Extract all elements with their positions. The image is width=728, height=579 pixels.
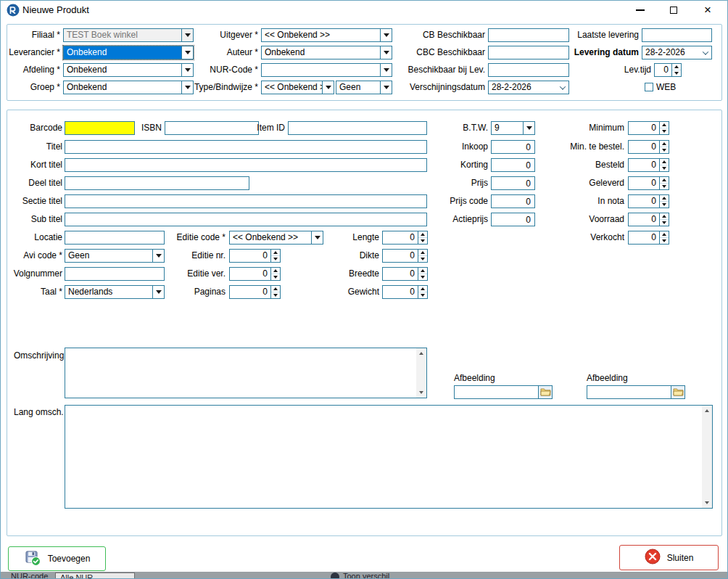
dikte-stepper[interactable]: 0 (382, 249, 428, 263)
editie-code-select[interactable]: << Onbekend >> (229, 231, 323, 245)
type-bindwijze-select-2[interactable]: Geen (336, 81, 392, 94)
chevron-down-icon[interactable] (152, 250, 164, 262)
spinner-down-icon[interactable] (660, 238, 669, 244)
spinner-up-icon[interactable] (271, 286, 280, 292)
spinner-down-icon[interactable] (660, 165, 669, 171)
chevron-down-icon[interactable] (322, 81, 334, 94)
toevoegen-button[interactable]: Toevoegen (8, 546, 106, 571)
paginas-stepper[interactable]: 0 (229, 285, 281, 299)
korting-input[interactable] (491, 158, 535, 172)
maximize-button[interactable] (662, 1, 685, 20)
titel-input[interactable] (65, 140, 427, 154)
breedte-stepper[interactable]: 0 (382, 267, 428, 281)
spinner-down-icon[interactable] (660, 220, 669, 226)
spinner-up-icon[interactable] (418, 231, 427, 238)
minimum-stepper[interactable]: 0 (628, 121, 669, 135)
besteld-stepper[interactable]: 0 (628, 158, 669, 172)
calendar-chevron-icon[interactable] (700, 46, 711, 59)
taal-select[interactable]: Nederlands (65, 285, 165, 299)
spinner-down-icon[interactable] (418, 238, 427, 244)
spinner-up-icon[interactable] (418, 250, 427, 256)
spinner-up-icon[interactable] (660, 141, 669, 147)
cb-beschikbaar-input[interactable] (488, 28, 569, 42)
spinner-down-icon[interactable] (271, 256, 280, 262)
leverancier-select[interactable]: Onbekend (63, 46, 194, 59)
spinner-up-icon[interactable] (660, 195, 669, 202)
omschrijving-scrollbar[interactable] (416, 348, 426, 398)
chevron-down-icon[interactable] (380, 29, 392, 41)
sluiten-button[interactable]: Sluiten (619, 545, 719, 570)
barcode-input[interactable] (65, 121, 135, 135)
spinner-down-icon[interactable] (418, 256, 427, 262)
verschijningsdatum-picker[interactable]: 28-2-2026 (488, 81, 569, 94)
voorraad-stepper[interactable]: 0 (628, 213, 669, 226)
type-bindwijze-select-1[interactable]: << Onbekend >> (261, 81, 334, 94)
omschrijving-textarea[interactable] (65, 348, 427, 398)
scroll-up-icon[interactable] (702, 406, 712, 416)
item-id-input[interactable] (288, 121, 427, 135)
sub-titel-input[interactable] (65, 213, 427, 226)
sectie-titel-input[interactable] (65, 194, 427, 208)
prijs-code-input[interactable] (491, 194, 535, 208)
calendar-chevron-icon[interactable] (557, 81, 568, 94)
chevron-down-icon[interactable] (311, 231, 323, 244)
spinner-up-icon[interactable] (660, 122, 669, 128)
groep-select[interactable]: Onbekend (63, 81, 194, 94)
afbeelding-1-browse-button[interactable] (538, 385, 553, 399)
lengte-stepper[interactable]: 0 (382, 231, 428, 245)
min-te-bestel-stepper[interactable]: 0 (628, 140, 669, 154)
laatste-levering-input[interactable] (642, 28, 712, 42)
spinner-down-icon[interactable] (660, 184, 669, 189)
nur-code-select[interactable] (261, 63, 392, 77)
spinner-down-icon[interactable] (271, 292, 280, 298)
spinner-up-icon[interactable] (660, 159, 669, 165)
prijs-input[interactable] (491, 176, 535, 190)
spinner-up-icon[interactable] (271, 250, 280, 256)
editie-ver-stepper[interactable]: 0 (229, 267, 281, 281)
spinner-down-icon[interactable] (660, 147, 669, 153)
afbeelding-1-input[interactable] (454, 385, 539, 399)
afbeelding-2-input[interactable] (587, 385, 671, 399)
spinner-up-icon[interactable] (418, 268, 427, 274)
spinner-up-icon[interactable] (660, 231, 669, 238)
inkoop-input[interactable] (491, 140, 535, 154)
avi-code-select[interactable]: Geen (65, 249, 165, 263)
scroll-down-icon[interactable] (702, 498, 712, 508)
deel-titel-input[interactable] (65, 176, 249, 190)
in-nota-stepper[interactable]: 0 (628, 194, 669, 208)
gewicht-stepper[interactable]: 0 (382, 285, 428, 299)
web-checkbox[interactable] (645, 83, 653, 91)
beschikbaar-bij-lev-input[interactable] (488, 63, 569, 77)
spinner-down-icon[interactable] (271, 274, 280, 280)
scroll-up-icon[interactable] (416, 348, 426, 358)
lang-omsch-scrollbar[interactable] (702, 406, 712, 508)
levering-datum-picker[interactable]: 28-2-2026 (642, 46, 712, 59)
spinner-up-icon[interactable] (418, 286, 427, 292)
auteur-select[interactable]: Onbekend (261, 46, 392, 59)
afdeling-select[interactable]: Onbekend (63, 63, 194, 77)
spinner-down-icon[interactable] (418, 292, 427, 298)
chevron-down-icon[interactable] (152, 286, 164, 298)
verkocht-stepper[interactable]: 0 (628, 231, 669, 245)
isbn-input[interactable] (165, 121, 259, 135)
actieprijs-input[interactable] (491, 213, 535, 226)
chevron-down-icon[interactable] (380, 46, 392, 59)
spinner-down-icon[interactable] (418, 274, 427, 280)
kort-titel-input[interactable] (65, 158, 427, 172)
spinner-down-icon[interactable] (660, 202, 669, 208)
spinner-up-icon[interactable] (660, 177, 669, 184)
minimize-button[interactable] (629, 1, 652, 20)
chevron-down-icon[interactable] (523, 122, 534, 134)
scroll-down-icon[interactable] (416, 387, 426, 398)
spinner-up-icon[interactable] (672, 64, 681, 70)
btw-select[interactable]: 9 (491, 121, 535, 135)
spinner-down-icon[interactable] (672, 70, 681, 76)
locatie-input[interactable] (65, 231, 165, 245)
geleverd-stepper[interactable]: 0 (628, 176, 669, 190)
editie-nr-stepper[interactable]: 0 (229, 249, 281, 263)
spinner-up-icon[interactable] (660, 213, 669, 220)
filiaal-select[interactable]: TEST Boek winkel (63, 28, 194, 42)
chevron-down-icon[interactable] (380, 81, 392, 94)
lev-tijd-stepper[interactable]: 0 (654, 63, 682, 77)
spinner-up-icon[interactable] (271, 268, 280, 274)
